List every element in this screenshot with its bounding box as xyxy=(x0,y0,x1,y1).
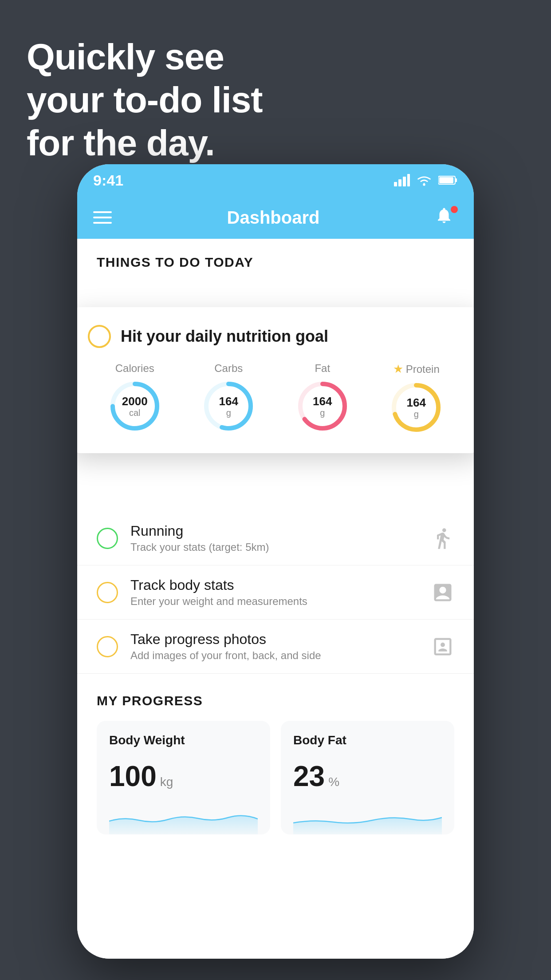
headline-block: Quickly see your to-do list for the day. xyxy=(27,36,263,164)
body-fat-number: 23 xyxy=(293,760,325,793)
body-weight-card[interactable]: Body Weight 100 kg xyxy=(97,721,270,834)
todo-item-running[interactable]: Running Track your stats (target: 5km) xyxy=(77,511,474,565)
calories-unit: cal xyxy=(122,407,148,417)
fat-ring: 164 g xyxy=(296,380,349,432)
body-weight-number: 100 xyxy=(109,760,157,793)
protein-label: Protein xyxy=(406,363,440,375)
headline-line1: Quickly see xyxy=(27,36,263,79)
svg-point-4 xyxy=(423,183,425,186)
body-weight-wave xyxy=(109,803,258,834)
scale-icon xyxy=(431,581,454,604)
protein-unit: g xyxy=(407,409,426,419)
phone-shell: 9:41 xyxy=(77,164,474,959)
todo-text-running: Running Track your stats (target: 5km) xyxy=(130,523,419,553)
phone-content: THINGS TO DO TODAY Hit your daily nutrit… xyxy=(77,239,474,959)
todo-item-body-stats[interactable]: Track body stats Enter your weight and m… xyxy=(77,565,474,620)
todo-list: Running Track your stats (target: 5km) T… xyxy=(77,511,474,674)
macro-protein: ★ Protein 164 g xyxy=(390,362,442,434)
body-fat-value-row: 23 % xyxy=(293,760,442,793)
carbs-label: Carbs xyxy=(214,362,243,375)
status-bar: 9:41 xyxy=(77,164,474,196)
protein-star-icon: ★ xyxy=(393,362,403,376)
fat-unit: g xyxy=(313,407,332,417)
body-fat-title: Body Fat xyxy=(293,733,442,747)
todo-circle-running xyxy=(97,528,118,549)
headline-line2: your to-do list xyxy=(27,79,263,122)
carbs-value: 164 xyxy=(219,395,238,408)
protein-ring: 164 g xyxy=(390,381,442,434)
svg-rect-7 xyxy=(439,177,453,183)
portrait-icon xyxy=(431,635,454,658)
fat-value: 164 xyxy=(313,395,332,408)
section-header: THINGS TO DO TODAY xyxy=(77,239,474,281)
progress-section: MY PROGRESS Body Weight 100 kg xyxy=(77,674,474,834)
body-fat-unit: % xyxy=(328,775,339,789)
carbs-unit: g xyxy=(219,407,238,417)
signal-icon xyxy=(394,174,410,186)
wifi-icon xyxy=(416,174,432,186)
carbs-ring: 164 g xyxy=(202,380,255,432)
body-weight-unit: kg xyxy=(160,775,173,789)
todo-sub-photos: Add images of your front, back, and side xyxy=(130,649,419,662)
body-fat-card[interactable]: Body Fat 23 % xyxy=(281,721,454,834)
nutrition-card-title: Hit your daily nutrition goal xyxy=(121,327,328,346)
nutrition-card: Hit your daily nutrition goal Calories xyxy=(77,307,474,453)
todo-title-photos: Take progress photos xyxy=(130,631,419,648)
svg-rect-1 xyxy=(398,179,401,186)
status-time: 9:41 xyxy=(93,172,123,189)
calories-label: Calories xyxy=(115,362,154,375)
todo-title-body-stats: Track body stats xyxy=(130,577,419,593)
nav-bar: Dashboard xyxy=(77,196,474,239)
macro-row: Calories 2000 cal xyxy=(88,362,463,434)
progress-title: MY PROGRESS xyxy=(97,693,454,708)
todo-circle-photos xyxy=(97,636,118,657)
svg-rect-6 xyxy=(455,178,457,182)
todo-item-photos[interactable]: Take progress photos Add images of your … xyxy=(77,620,474,674)
todo-text-photos: Take progress photos Add images of your … xyxy=(130,631,419,662)
progress-cards: Body Weight 100 kg xyxy=(97,721,454,834)
svg-rect-0 xyxy=(394,182,397,186)
macro-carbs: Carbs 164 g xyxy=(202,362,255,432)
macro-fat: Fat 164 g xyxy=(296,362,349,432)
svg-rect-2 xyxy=(403,177,406,186)
calories-ring: 2000 cal xyxy=(109,380,161,432)
status-icons xyxy=(394,174,458,186)
todo-text-body-stats: Track body stats Enter your weight and m… xyxy=(130,577,419,608)
bell-notification-dot xyxy=(451,206,458,213)
fat-label: Fat xyxy=(315,362,330,375)
nav-title: Dashboard xyxy=(227,208,320,228)
battery-icon xyxy=(438,175,458,186)
body-weight-title: Body Weight xyxy=(109,733,258,747)
hamburger-button[interactable] xyxy=(93,211,112,224)
todo-sub-body-stats: Enter your weight and measurements xyxy=(130,595,419,608)
macro-calories: Calories 2000 cal xyxy=(109,362,161,432)
nutrition-check-circle[interactable] xyxy=(88,325,111,348)
body-weight-value-row: 100 kg xyxy=(109,760,258,793)
svg-rect-3 xyxy=(407,174,410,186)
headline-line3: for the day. xyxy=(27,122,263,165)
todo-title-running: Running xyxy=(130,523,419,539)
shoe-icon xyxy=(431,527,454,550)
calories-value: 2000 xyxy=(122,395,148,408)
bell-button[interactable] xyxy=(435,206,458,229)
protein-value: 164 xyxy=(407,396,426,409)
todo-sub-running: Track your stats (target: 5km) xyxy=(130,541,419,553)
todo-circle-body-stats xyxy=(97,582,118,603)
body-fat-wave xyxy=(293,803,442,834)
